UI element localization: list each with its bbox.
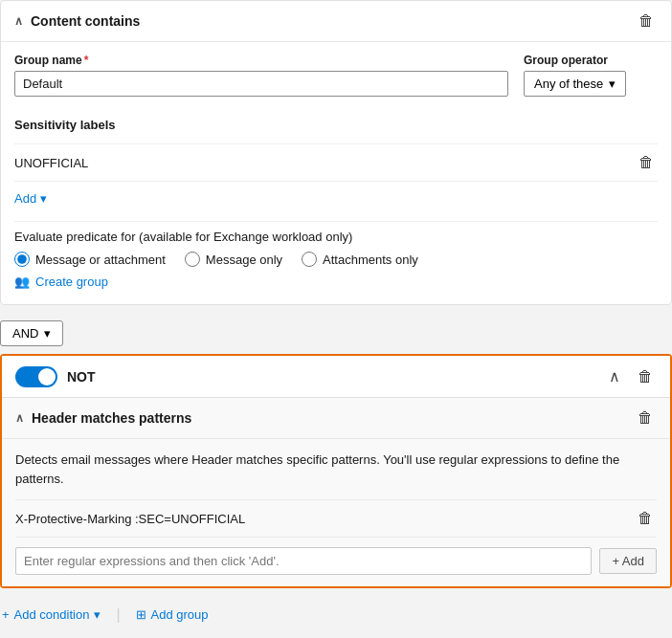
radio-message-or-attachment-input[interactable]	[14, 252, 30, 267]
group-operator-label: Group operator	[524, 54, 658, 67]
group-operator-dropdown[interactable]: Any of these ▾	[524, 71, 626, 97]
sensitivity-item-label: UNOFFICIAL	[14, 156, 88, 170]
delete-pattern-button[interactable]: 🗑	[634, 508, 657, 529]
plus-icon: +	[2, 607, 10, 622]
trash-icon: 🗑	[638, 12, 654, 30]
grid-icon: ⊞	[136, 607, 146, 622]
sensitivity-labels-title: Sensitivity labels	[14, 110, 658, 136]
and-label: AND	[12, 326, 38, 341]
add-label: Add	[14, 191, 36, 206]
trash-icon: 🗑	[638, 368, 653, 385]
radio-message-or-attachment-label: Message or attachment	[35, 253, 166, 267]
dropdown-chevron-icon: ▾	[609, 77, 616, 91]
create-group-icon: 👥	[14, 275, 30, 289]
collapse-not-button[interactable]: ∧	[605, 365, 624, 387]
collapse-chevron-icon[interactable]: ∧	[14, 14, 23, 28]
trash-icon: 🗑	[638, 409, 653, 427]
content-contains-header: ∧ Content contains	[14, 13, 140, 29]
regex-input[interactable]	[15, 547, 592, 575]
radio-attachments-only-label: Attachments only	[323, 253, 418, 267]
create-group-label: Create group	[35, 275, 108, 289]
add-condition-button[interactable]: + Add condition ▾	[2, 604, 101, 626]
add-group-label: Add group	[151, 607, 209, 622]
content-contains-title: Content contains	[31, 13, 140, 29]
radio-attachments-only-input[interactable]	[302, 252, 317, 267]
radio-attachments-only[interactable]: Attachments only	[302, 252, 418, 267]
hmp-header-left: ∧ Header matches patterns	[15, 410, 191, 426]
pattern-value: X-Protective-Marking :SEC=UNOFFICIAL	[15, 512, 245, 526]
add-chevron-icon: ▾	[40, 191, 47, 206]
bottom-toolbar: + Add condition ▾ | ⊞ Add group	[0, 596, 672, 633]
add-regex-label: + Add	[612, 554, 644, 568]
and-button[interactable]: AND ▾	[0, 320, 63, 346]
delete-not-button[interactable]: 🗑	[634, 366, 657, 387]
group-name-label: Group name*	[14, 54, 508, 67]
toolbar-divider: |	[116, 606, 120, 624]
hmp-title: Header matches patterns	[32, 410, 191, 426]
radio-message-or-attachment[interactable]: Message or attachment	[14, 252, 166, 267]
add-group-button[interactable]: ⊞ Add group	[136, 604, 209, 626]
add-condition-label: Add condition	[14, 607, 90, 622]
hmp-collapse-chevron-icon[interactable]: ∧	[15, 411, 24, 425]
trash-icon: 🗑	[638, 510, 653, 527]
radio-message-only[interactable]: Message only	[185, 252, 282, 267]
operator-value: Any of these	[534, 77, 603, 91]
delete-sensitivity-button[interactable]: 🗑	[635, 152, 658, 173]
not-toggle[interactable]	[15, 366, 57, 387]
not-header-left: NOT	[15, 366, 96, 387]
delete-content-contains-button[interactable]: 🗑	[635, 11, 658, 32]
not-label: NOT	[67, 369, 96, 385]
hmp-description: Detects email messages where Header matc…	[15, 451, 657, 488]
evaluate-label: Evaluate predicate for (available for Ex…	[14, 230, 658, 244]
toggle-slider	[15, 366, 57, 387]
delete-hmp-button[interactable]: 🗑	[634, 407, 657, 429]
add-condition-chevron-icon: ▾	[94, 607, 101, 622]
add-sensitivity-button[interactable]: Add ▾	[14, 186, 47, 211]
evaluate-radio-group: Message or attachment Message only Attac…	[14, 252, 658, 267]
add-regex-button[interactable]: + Add	[599, 548, 657, 574]
not-header-right: ∧ 🗑	[605, 365, 657, 387]
and-chevron-icon: ▾	[44, 326, 51, 341]
create-group-button[interactable]: 👥 Create group	[14, 267, 108, 293]
radio-message-only-label: Message only	[206, 253, 282, 267]
trash-icon: 🗑	[638, 154, 654, 171]
chevron-up-icon: ∧	[609, 367, 620, 385]
required-star: *	[84, 54, 89, 67]
radio-message-only-input[interactable]	[185, 252, 200, 267]
group-name-input[interactable]	[14, 71, 508, 97]
